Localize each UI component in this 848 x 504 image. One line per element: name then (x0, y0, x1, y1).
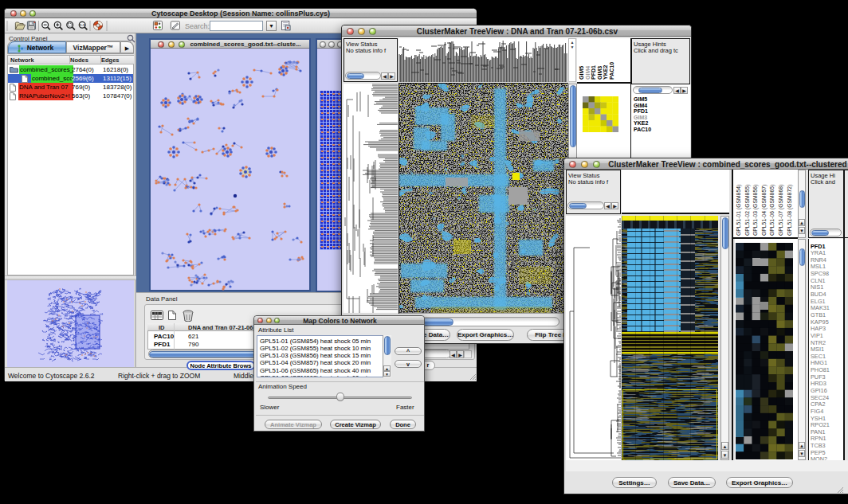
svg-text:GPI16: GPI16 (811, 387, 827, 394)
svg-text:1:1: 1:1 (80, 23, 85, 27)
svg-text:MSL1: MSL1 (811, 263, 826, 270)
svg-text:Search:: Search: (185, 22, 210, 30)
svg-text:GPL51-07 (GSM868): GPL51-07 (GSM868) (778, 185, 784, 236)
svg-text:GPL51-04 (GSM857): GPL51-04 (GSM857) (761, 185, 768, 236)
svg-text:GPL51-06 (GSM865): GPL51-06 (GSM865) (769, 185, 775, 236)
svg-text:PHO81: PHO81 (811, 366, 830, 373)
svg-text:GPL51-08 (GSM872): GPL51-08 (GSM872) (787, 185, 793, 236)
svg-text:YKE2: YKE2 (603, 65, 608, 80)
svg-text:PAC10: PAC10 (609, 62, 614, 80)
svg-text:GPL51-03 (GSM856): GPL51-03 (GSM856) (752, 185, 759, 236)
svg-text:GIM4: GIM4 (585, 66, 591, 80)
svg-text:GPL51-02 (GSM855): GPL51-02 (GSM855) (744, 185, 751, 236)
svg-text:KAP95: KAP95 (811, 318, 829, 326)
svg-text:GPL51-01 (GSM854): GPL51-01 (GSM854) (736, 185, 742, 236)
svg-text:PFD1: PFD1 (591, 65, 596, 80)
svg-text:CPA2: CPA2 (811, 400, 826, 408)
svg-text:RPO21: RPO21 (811, 421, 830, 428)
svg-text:GIM5: GIM5 (579, 66, 584, 80)
svg-text:RPN1: RPN1 (811, 435, 826, 442)
svg-text:ELG1: ELG1 (811, 298, 826, 305)
svg-text:GIM3: GIM3 (597, 66, 603, 80)
svg-text:YRA1: YRA1 (811, 249, 826, 256)
svg-text:SEC1: SEC1 (811, 353, 826, 360)
svg-text:NIS1: NIS1 (811, 283, 823, 291)
svg-text:VIP1: VIP1 (811, 332, 823, 339)
